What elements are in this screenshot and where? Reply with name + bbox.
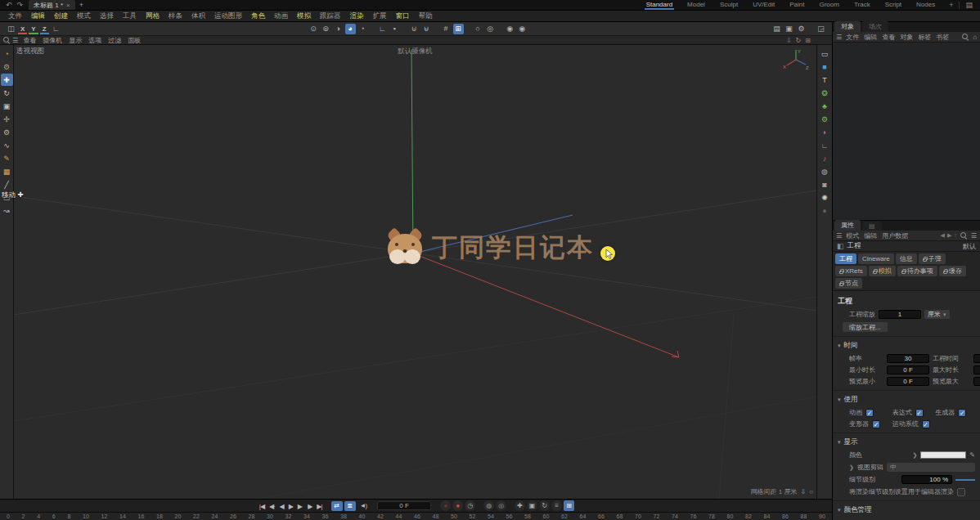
timeline-frame-tick[interactable]: 60 <box>543 513 550 519</box>
go-to-next-frame-button[interactable]: ▶ <box>295 503 304 510</box>
selection-settings-icon[interactable]: ⚙ <box>1 61 13 73</box>
search-icon[interactable] <box>3 37 11 44</box>
timeline-frame-tick[interactable]: 38 <box>340 513 347 519</box>
playback-mode-toggle[interactable]: ⇄ <box>331 501 343 511</box>
magnet-brush-icon[interactable]: ↝ <box>1 204 13 217</box>
viewport-menu-item[interactable]: 选项 <box>85 36 105 45</box>
time-clock-button[interactable]: ◷ <box>465 500 475 511</box>
color-swatch[interactable] <box>920 451 966 459</box>
tab-layers-icon[interactable]: ▤ <box>862 222 882 231</box>
timeline-frame-tick[interactable]: 0 <box>7 513 10 519</box>
timeline-frame-tick[interactable]: 82 <box>745 513 752 519</box>
generator-gear-icon[interactable]: ⚙ <box>819 113 831 125</box>
interactive-render-button[interactable]: ◲ <box>816 24 826 34</box>
go-to-previous-key-button[interactable]: ◀∙ <box>267 503 276 510</box>
play-forwards-button[interactable]: ▶ <box>286 503 295 510</box>
axis-lock-button[interactable]: X <box>18 25 27 34</box>
snap-magnet-alt-icon[interactable]: ⊌ <box>421 24 432 34</box>
interface-panel-icon[interactable]: ▤ <box>963 1 975 9</box>
checkbox-checked-icon[interactable]: ✓ <box>915 409 924 417</box>
menubar-item[interactable]: 编辑 <box>27 11 49 21</box>
timeline-frame-tick[interactable]: 48 <box>433 513 439 519</box>
next-object-button[interactable]: ▶ <box>947 232 951 239</box>
eyedropper-icon[interactable]: ✎ <box>969 451 975 459</box>
record-position-toggle[interactable]: ✚ <box>515 500 525 511</box>
timeline-frame-tick[interactable]: 14 <box>119 513 126 519</box>
line-cut-icon[interactable]: ╱ <box>1 178 13 191</box>
timeline-frame-tick[interactable]: 24 <box>212 513 218 519</box>
search-icon[interactable] <box>962 34 969 41</box>
timeline-frame-tick[interactable]: 56 <box>506 513 513 519</box>
hud-pin-icon[interactable]: ⇩ <box>800 488 806 495</box>
layout-tab[interactable]: Nodes <box>910 0 942 10</box>
cluster-generator-icon[interactable]: ♣ <box>819 100 831 112</box>
falloff-box-icon[interactable]: ⊚ <box>321 24 331 34</box>
timeline-frame-tick[interactable]: 32 <box>285 513 292 519</box>
quantize-icon[interactable]: # <box>441 24 452 34</box>
view-layout-icon[interactable]: ⊞ <box>805 37 811 44</box>
timeline-frame-tick[interactable]: 50 <box>451 513 457 519</box>
time-section-header[interactable]: ▾ 时间 <box>838 341 975 351</box>
cube-object-icon[interactable]: ■ <box>819 61 831 73</box>
soft-selection-icon[interactable]: ◕ <box>345 24 356 34</box>
layout-tab[interactable]: Track <box>847 0 877 10</box>
cubes-cluster-icon[interactable]: ▦ <box>1 165 13 177</box>
timeline-frame-tick[interactable]: 6 <box>52 513 56 519</box>
timeline-frame-tick[interactable]: 46 <box>414 513 420 519</box>
timeline-frame-tick[interactable]: 88 <box>801 513 807 519</box>
menubar-item[interactable]: 模式 <box>73 11 95 21</box>
timeline-frame-tick[interactable]: 76 <box>690 513 697 519</box>
grid-snap-icon[interactable]: ⊞ <box>453 24 464 34</box>
time-field-value[interactable]: 90 F <box>973 365 980 374</box>
go-to-start-button[interactable]: |◀ <box>257 503 267 510</box>
time-field-value[interactable]: 0 F <box>973 354 980 363</box>
view-label[interactable]: 透视视图 <box>16 47 44 56</box>
viewport-menu-item[interactable]: 查看 <box>20 36 39 45</box>
undo-icon[interactable]: ↶ <box>3 1 15 9</box>
record-active-objects-button[interactable]: ● <box>440 500 451 511</box>
object-manager-menu-item[interactable]: 文件 <box>843 33 861 42</box>
timeline-frame-tick[interactable]: 66 <box>598 513 605 519</box>
previous-object-button[interactable]: ◀ <box>941 232 945 239</box>
refresh-view-icon[interactable]: ↻ <box>796 37 802 44</box>
object-manager-menu-item[interactable]: 查看 <box>879 33 897 42</box>
sphere-a-icon[interactable]: ◉ <box>505 24 515 34</box>
add-layout-icon[interactable]: + <box>946 1 955 9</box>
timeline-frame-tick[interactable]: 42 <box>377 513 384 519</box>
menubar-item[interactable]: 运动图形 <box>210 11 246 21</box>
timeline-frame-tick[interactable]: 54 <box>488 513 494 519</box>
timeline-frame-tick[interactable]: 12 <box>101 513 108 519</box>
menubar-item[interactable]: 角色 <box>247 11 269 21</box>
attribute-mode-tab[interactable]: 节点 <box>835 278 862 289</box>
timeline-frame-tick[interactable]: 26 <box>230 513 236 519</box>
go-to-previous-frame-button[interactable]: ◀ <box>276 503 285 510</box>
snap-magnet-icon[interactable]: ⊍ <box>409 24 420 34</box>
viewport-menu-item[interactable]: 摄像机 <box>39 36 65 45</box>
menubar-item[interactable]: 网格 <box>142 11 164 21</box>
rotate-tool-icon[interactable]: ↻ <box>1 87 13 99</box>
hud-circle-icon[interactable]: ○ <box>809 488 813 495</box>
checkbox-unchecked-icon[interactable] <box>957 488 965 496</box>
menubar-item[interactable]: 选择 <box>96 11 118 21</box>
timeline-frame-tick[interactable]: 20 <box>175 513 182 519</box>
timeline-frame-tick[interactable]: 64 <box>580 513 587 519</box>
menubar-item[interactable]: 渲染 <box>346 11 368 21</box>
color-management-section-header[interactable]: ▾ 颜色管理 <box>838 505 975 515</box>
attribute-mode-tab[interactable]: 待办事项 <box>897 266 937 276</box>
view-clipping-value[interactable]: 中 <box>887 463 975 472</box>
attribute-menu-item[interactable]: 模式 <box>843 231 861 240</box>
axis-lock-button[interactable]: Y <box>29 25 38 34</box>
close-tab-icon[interactable]: × <box>66 2 70 9</box>
tab-attributes[interactable]: 属性 <box>834 220 861 231</box>
attribute-mode-tab[interactable]: XRefs <box>835 266 867 276</box>
preset-dropdown[interactable]: 默认 <box>963 242 976 251</box>
object-manager-menu-item[interactable]: 标签 <box>915 33 933 42</box>
camera-object-icon[interactable]: ◙ <box>819 178 831 191</box>
object-manager-menu-item[interactable]: 编辑 <box>861 33 879 42</box>
scale-project-button[interactable]: 缩放工程... <box>843 322 888 332</box>
menubar-item[interactable]: 工具 <box>119 11 141 21</box>
attribute-mode-tab[interactable]: 缓存 <box>939 266 966 276</box>
layout-tab[interactable]: Groom <box>812 0 845 10</box>
timeline-frame-tick[interactable]: 10 <box>83 513 89 519</box>
render-settings-button[interactable]: ⚙ <box>796 24 807 34</box>
